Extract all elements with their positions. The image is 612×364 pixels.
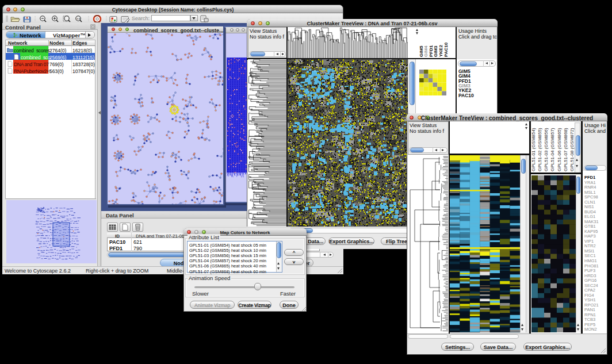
- svg-text:PAC10: PAC10: [443, 42, 449, 57]
- svg-text:GPL51-06 (GSM865): GPL51-06 (GSM865): [557, 128, 562, 171]
- svg-text:GPL51-01 (GSM854): GPL51-01 (GSM854): [531, 128, 536, 171]
- svg-text:GPL51-04 (GSM857): GPL51-04 (GSM857): [550, 128, 555, 171]
- svg-text:GPL51-03 (GSM856): GPL51-03 (GSM856): [544, 128, 549, 171]
- svg-text:1:1: 1:1: [77, 17, 81, 20]
- svg-text:GPL51-02 (GSM855): GPL51-02 (GSM855): [537, 128, 542, 171]
- svg-text:GPL51-07 (GSM868): GPL51-07 (GSM868): [563, 128, 568, 171]
- svg-text:GPL51-08 (GSM872): GPL51-08 (GSM872): [569, 128, 575, 171]
